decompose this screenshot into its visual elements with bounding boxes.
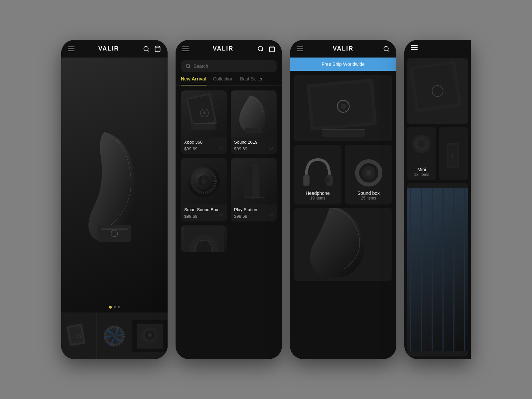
menu-icon[interactable]	[68, 47, 74, 51]
menu-icon-4[interactable]	[411, 45, 418, 50]
wishlist-soundbox[interactable]: ♡	[219, 213, 223, 219]
phone4-cat-mini[interactable]: Mini 13 items	[407, 127, 436, 180]
svg-point-60	[324, 178, 330, 183]
phone4-bottom-image: Blue	[407, 183, 468, 356]
dot-1[interactable]	[109, 306, 112, 309]
phone4-content: Mini 13 items	[404, 55, 471, 359]
wishlist-ps[interactable]: ♡	[269, 213, 273, 219]
phone-4-partial: Mini 13 items	[404, 40, 471, 359]
svg-point-15	[112, 334, 116, 338]
svg-point-47	[384, 46, 388, 51]
product-grid: Xbox 360 $99.69 ♡	[176, 90, 282, 252]
phone-2: VALIR New Arrival Collection Best Seller	[176, 40, 282, 359]
app-title-1: VALIR	[98, 45, 119, 52]
product-name-sound2019: Sound 2019	[234, 140, 273, 145]
wishlist-xbox[interactable]: ♡	[219, 146, 223, 151]
header-icons-3	[383, 46, 390, 52]
carousel-dots	[109, 306, 120, 309]
product-card-ps[interactable]: Play Station $99.69 ♡	[231, 158, 277, 221]
svg-point-21	[258, 46, 262, 51]
collection-name-soundbox: Sound box	[357, 191, 380, 196]
collections-scroll: Headphone 19 items Sound box 25 item	[290, 71, 396, 359]
svg-line-1	[148, 50, 149, 51]
product-price-row-xbox: $99.69 ♡	[184, 146, 223, 151]
phone4-featured[interactable]	[407, 58, 468, 124]
dot-2[interactable]	[114, 306, 116, 308]
wishlist-sound2019[interactable]: ♡	[269, 146, 273, 151]
thumbnail-1[interactable]	[61, 313, 97, 359]
svg-rect-31	[191, 124, 215, 130]
thumbnail-2[interactable]	[97, 313, 132, 359]
svg-line-48	[388, 50, 389, 51]
collection-headphone[interactable]: Headphone 19 items	[294, 145, 341, 204]
hero-image-area	[61, 58, 168, 313]
phone-3: VALIR Free Ship Worldwide	[290, 40, 396, 359]
promo-banner: Free Ship Worldwide	[290, 58, 396, 71]
product-price-row-sound2019: $99.69 ♡	[234, 146, 273, 151]
svg-point-20	[148, 333, 152, 337]
svg-point-36	[201, 179, 206, 184]
product-price-row-ps: $99.69 ♡	[234, 213, 273, 219]
thumbnail-3[interactable]	[132, 313, 168, 359]
phone4-mini-count: 13 items	[414, 172, 429, 177]
svg-line-25	[189, 67, 190, 68]
cart-icon[interactable]	[154, 46, 161, 52]
product-info-sound2019: Sound 2019 $99.69 ♡	[231, 137, 277, 154]
product-price-sound2019: $99.69	[234, 146, 247, 151]
product-price-soundbox: $99.69	[184, 214, 198, 219]
product-image-soundbox	[181, 158, 227, 204]
phone-1: VALIR	[61, 40, 168, 359]
search-icon-2[interactable]	[257, 46, 264, 52]
svg-rect-55	[322, 130, 365, 137]
collection-featured[interactable]	[294, 75, 392, 141]
svg-rect-59	[304, 176, 309, 185]
product-info-xbox: Xbox 360 $99.69 ♡	[181, 137, 227, 154]
header-icons-2	[257, 46, 275, 52]
app-title-2: VALIR	[213, 45, 234, 52]
svg-point-65	[367, 172, 370, 174]
product-card-sound2019[interactable]: Sound 2019 $99.69 ♡	[231, 90, 277, 154]
tab-new-arrival[interactable]: New Arrival	[181, 76, 206, 85]
product-tabs: New Arrival Collection Best Seller	[176, 76, 282, 86]
phone4-cat-secondary[interactable]	[439, 127, 468, 180]
menu-icon-2[interactable]	[182, 47, 189, 51]
svg-line-22	[262, 50, 263, 51]
product-card-xbox[interactable]: Xbox 360 $99.69 ♡	[181, 90, 227, 154]
cart-icon-2[interactable]	[269, 46, 275, 52]
phone4-mini-label: Mini	[417, 167, 426, 172]
search-input[interactable]	[194, 64, 272, 69]
product-info-ps: Play Station $99.69 ♡	[231, 204, 277, 221]
collection-row: Headphone 19 items Sound box 25 item	[294, 145, 392, 204]
product-name-soundbox: Smart Sound Box	[184, 207, 223, 212]
thumbnail-row	[61, 313, 168, 359]
collection-bottom[interactable]	[294, 208, 392, 281]
svg-rect-80	[407, 188, 468, 351]
svg-point-0	[144, 46, 148, 51]
search-icon-3[interactable]	[383, 46, 390, 52]
collection-count-soundbox: 25 items	[361, 196, 376, 200]
phone4-cat-row: Mini 13 items	[404, 127, 471, 183]
product-image-xbox	[181, 90, 227, 137]
collection-count-headphone: 19 items	[310, 196, 325, 200]
tab-collection[interactable]: Collection	[213, 76, 233, 85]
hero-speaker-svg	[78, 125, 151, 245]
collection-soundbox[interactable]: Sound box 25 items	[345, 145, 392, 204]
search-bar[interactable]	[181, 60, 277, 72]
tab-best-seller[interactable]: Best Seller	[240, 76, 263, 85]
search-icon[interactable]	[143, 46, 150, 52]
product-card-soundbox[interactable]: Smart Sound Box $99.69 ♡	[181, 158, 227, 221]
menu-icon-3[interactable]	[297, 47, 303, 51]
svg-rect-42	[250, 176, 250, 186]
product-info-soundbox: Smart Sound Box $99.69 ♡	[181, 204, 227, 221]
svg-point-24	[186, 64, 190, 68]
phone1-header: VALIR	[61, 40, 168, 58]
collection-name-headphone: Headphone	[306, 191, 330, 196]
dot-3[interactable]	[118, 306, 120, 308]
product-price-xbox: $99.69	[184, 146, 198, 151]
header-icons-1	[143, 46, 161, 52]
svg-rect-3	[98, 225, 131, 242]
svg-point-74	[419, 141, 424, 146]
product-price-ps: $99.69	[234, 214, 247, 219]
product-price-row-soundbox: $99.69 ♡	[184, 213, 223, 219]
phone3-header: VALIR	[290, 40, 396, 58]
